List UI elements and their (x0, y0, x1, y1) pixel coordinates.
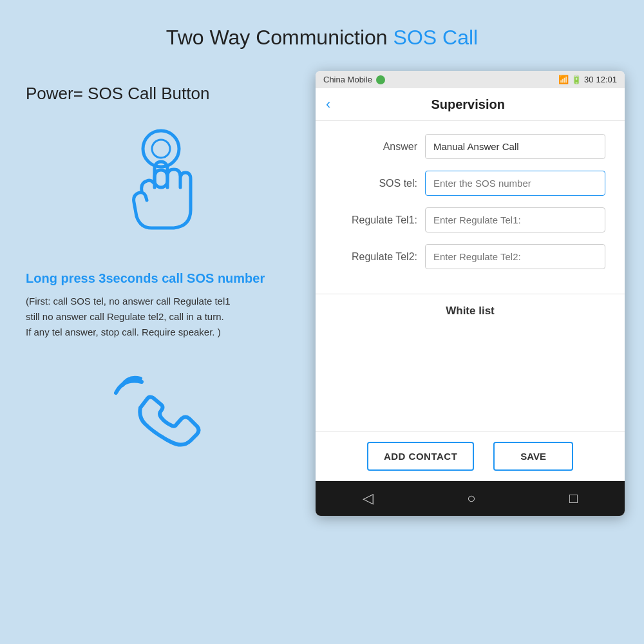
white-list-section: White list (316, 294, 625, 328)
phone-mockup: China Mobile 📶 🔋 30 12:01 ‹ Supervision … (316, 71, 625, 516)
wechat-icon (376, 75, 385, 84)
long-press-text: Long press 3seconds call SOS number (26, 271, 303, 286)
regulate-tel2-label: Regulate Tel2: (335, 251, 425, 263)
description-text: (First: call SOS tel, no answer call Reg… (26, 294, 303, 340)
carrier-name: China Mobile (323, 75, 372, 84)
white-list-title: White list (335, 305, 605, 317)
nav-back-button[interactable]: ◁ (363, 490, 374, 507)
sos-tel-row: SOS tel: (335, 171, 605, 196)
title-highlight: SOS Call (393, 26, 478, 49)
regulate-tel1-label: Regulate Tel1: (335, 214, 425, 226)
app-header: ‹ Supervision (316, 88, 625, 121)
status-bar: China Mobile 📶 🔋 30 12:01 (316, 71, 625, 88)
form-area: Answer SOS tel: Regulate Tel1: Regulate … (316, 121, 625, 294)
hand-pointer-icon (109, 126, 213, 249)
sos-button-label: Power= SOS Call Button (26, 84, 303, 104)
status-right: 📶 🔋 30 12:01 (558, 75, 617, 84)
left-panel: Power= SOS Call Button Long press 3secon… (19, 84, 303, 462)
nav-home-button[interactable]: ○ (467, 490, 475, 507)
signal-icon: 📶 (558, 75, 569, 84)
nav-bar: ◁ ○ □ (316, 481, 625, 516)
clock: 12:01 (596, 75, 617, 84)
answer-row: Answer (335, 134, 605, 159)
battery-level: 30 (584, 75, 593, 84)
call-ringing-icon (109, 366, 213, 456)
title-regular: Two Way Communiction (166, 26, 393, 49)
nav-recent-button[interactable]: □ (569, 490, 578, 507)
hand-icon-container (97, 123, 225, 252)
back-button[interactable]: ‹ (326, 96, 330, 113)
buttons-row: ADD CONTACT SAVE (316, 431, 625, 481)
answer-label: Answer (335, 141, 425, 153)
status-left: China Mobile (323, 75, 385, 84)
phone-icon-container (103, 359, 219, 462)
wifi-icon: 🔋 (571, 75, 582, 84)
page-title: Two Way Communiction SOS Call (0, 0, 644, 50)
regulate-tel1-row: Regulate Tel1: (335, 207, 605, 232)
sos-tel-label: SOS tel: (335, 178, 425, 189)
add-contact-button[interactable]: ADD CONTACT (367, 442, 474, 471)
sos-tel-input[interactable] (425, 171, 605, 196)
app-title: Supervision (341, 97, 595, 112)
regulate-tel2-row: Regulate Tel2: (335, 244, 605, 269)
svg-point-1 (152, 140, 170, 158)
answer-input[interactable] (425, 134, 605, 159)
content-spacer (316, 328, 625, 431)
regulate-tel1-input[interactable] (425, 207, 605, 232)
regulate-tel2-input[interactable] (425, 244, 605, 269)
save-button[interactable]: SAVE (493, 442, 573, 471)
